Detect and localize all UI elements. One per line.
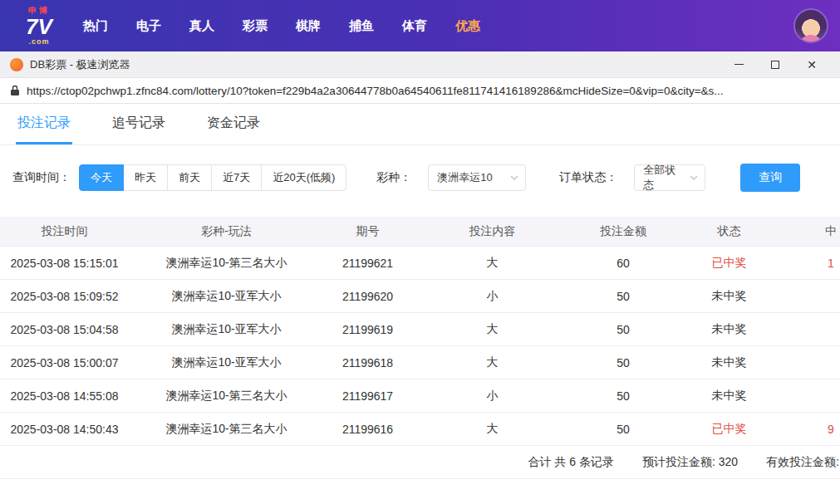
nav-menu-item[interactable]: 体育: [402, 18, 427, 34]
table-row: 2025-03-08 15:04:58 澳洲幸运10-亚军大小 21199619…: [0, 313, 840, 346]
cell-bet-time: 2025-03-08 15:15:01: [0, 257, 129, 270]
cell-status: 未中奖: [673, 322, 785, 337]
nav-menu-item[interactable]: 真人: [189, 18, 214, 34]
time-filter-button[interactable]: 近20天(低频): [261, 164, 346, 191]
browser-address-bar[interactable]: https://ctop02pchwp1.zfnc84.com/lottery/…: [0, 78, 840, 104]
cell-amount: 50: [573, 323, 673, 336]
maximize-button[interactable]: [757, 52, 793, 77]
cell-status: 未中奖: [673, 289, 785, 304]
col-header-content: 投注内容: [411, 224, 573, 239]
search-button[interactable]: 查询: [740, 164, 800, 192]
table-row: 2025-03-08 15:15:01 澳洲幸运10-第三名大小 2119962…: [0, 247, 840, 280]
col-header-issue: 期号: [324, 224, 411, 239]
lottery-filter-label: 彩种：: [376, 170, 411, 185]
time-filter-button[interactable]: 昨天: [123, 164, 168, 191]
table-header-row: 投注时间 彩种-玩法 期号 投注内容 投注金额 状态 中: [0, 217, 840, 247]
cell-content: 大: [411, 322, 573, 337]
cell-bet-time: 2025-03-08 14:50:43: [0, 423, 129, 436]
cell-issue: 21199621: [324, 257, 411, 270]
lottery-select-value: 澳洲幸运10: [437, 170, 492, 185]
minimize-icon: [734, 64, 744, 65]
col-header-amount: 投注金额: [573, 224, 673, 239]
table-row: 2025-03-08 15:09:52 澳洲幸运10-亚军大小 21199620…: [0, 280, 840, 313]
cell-win-amount: 9: [785, 423, 840, 436]
nav-menu-item[interactable]: 热门: [83, 18, 108, 34]
time-filter-button[interactable]: 今天: [79, 164, 124, 191]
footer-valid-amount-label: 有效投注金额:: [766, 455, 839, 470]
record-tabs: 投注记录 追号记录 资金记录: [0, 104, 840, 145]
cell-issue: 21199616: [324, 423, 411, 436]
record-tab[interactable]: 追号记录: [111, 104, 167, 144]
cell-bet-time: 2025-03-08 15:04:58: [0, 323, 129, 336]
cell-status: 已中奖: [673, 422, 785, 437]
cell-issue: 21199620: [324, 290, 411, 303]
cell-game: 澳洲幸运10-第三名大小: [129, 256, 324, 271]
table-row: 2025-03-08 14:50:43 澳洲幸运10-第三名大小 2119961…: [0, 413, 840, 446]
site-logo-top-text: 申博: [28, 7, 50, 15]
cell-status: 已中奖: [673, 256, 785, 271]
cell-game: 澳洲幸运10-亚军大小: [129, 289, 324, 304]
table-row: 2025-03-08 14:55:08 澳洲幸运10-第三名大小 2119961…: [0, 379, 840, 413]
col-header-status: 状态: [673, 224, 785, 239]
browser-title-bar: DB彩票 - 极速浏览器 ✕: [0, 51, 840, 78]
nav-menu-item[interactable]: 优惠: [455, 18, 480, 34]
cell-bet-time: 2025-03-08 15:00:07: [0, 356, 129, 369]
col-header-game: 彩种-玩法: [129, 224, 324, 239]
cell-issue: 21199618: [324, 356, 411, 369]
time-filter-label: 查询时间：: [12, 170, 71, 185]
time-filter-group: 今天 昨天 前天 近7天 近20天(低频): [79, 164, 346, 191]
minimize-button[interactable]: [720, 52, 757, 77]
cell-content: 小: [411, 289, 573, 304]
user-avatar[interactable]: [793, 8, 828, 43]
site-logo-main-text: 7V: [26, 16, 52, 37]
cell-bet-time: 2025-03-08 15:09:52: [0, 290, 129, 303]
close-icon: ✕: [807, 59, 817, 71]
filter-toolbar: 查询时间： 今天 昨天 前天 近7天 近20天(低频) 彩种： 澳洲幸运10 订…: [0, 164, 840, 192]
chevron-down-icon: [683, 175, 698, 180]
site-logo-sub-text: .com: [28, 38, 49, 46]
bet-records-table: 投注时间 彩种-玩法 期号 投注内容 投注金额 状态 中 2025-03-08 …: [0, 217, 840, 446]
cell-bet-time: 2025-03-08 14:55:08: [0, 389, 129, 403]
nav-menu-item[interactable]: 捕鱼: [349, 18, 374, 34]
cell-amount: 50: [573, 356, 673, 369]
close-button[interactable]: ✕: [793, 52, 830, 77]
site-top-nav: 申博 7V .com 热门 电子 真人 彩票 棋牌 捕鱼 体育 优惠: [0, 0, 840, 51]
nav-menu-item[interactable]: 彩票: [243, 18, 268, 34]
nav-menu-item[interactable]: 棋牌: [296, 18, 321, 34]
order-status-label: 订单状态：: [559, 170, 617, 185]
cell-content: 大: [411, 355, 573, 370]
cell-content: 大: [411, 256, 573, 271]
site-nav-menu: 热门 电子 真人 彩票 棋牌 捕鱼 体育 优惠: [83, 18, 480, 34]
table-row: 2025-03-08 15:00:07 澳洲幸运10-亚军大小 21199618…: [0, 346, 840, 379]
record-tab[interactable]: 投注记录: [16, 104, 72, 144]
col-header-win: 中: [785, 224, 840, 239]
browser-window-title: DB彩票 - 极速浏览器: [30, 57, 130, 72]
record-tab[interactable]: 资金记录: [205, 104, 262, 144]
cell-game: 澳洲幸运10-亚军大小: [129, 322, 324, 337]
time-filter-button[interactable]: 近7天: [211, 164, 262, 191]
cell-amount: 50: [573, 389, 673, 403]
cell-game: 澳洲幸运10-第三名大小: [129, 389, 324, 404]
time-filter-button[interactable]: 前天: [167, 164, 212, 191]
chevron-down-icon: [504, 175, 518, 180]
table-summary-footer: 合计 共 6 条记录 预计投注金额: 320 有效投注金额:: [0, 446, 840, 479]
nav-menu-item[interactable]: 电子: [136, 18, 161, 34]
cell-issue: 21199619: [324, 323, 411, 336]
lottery-select[interactable]: 澳洲幸运10: [428, 164, 526, 191]
col-header-bet-time: 投注时间: [0, 224, 129, 239]
maximize-icon: [771, 61, 779, 69]
site-logo[interactable]: 申博 7V .com: [12, 7, 66, 46]
window-controls: ✕: [720, 52, 830, 77]
cell-game: 澳洲幸运10-第三名大小: [129, 422, 324, 437]
order-status-select[interactable]: 全部状态: [634, 164, 705, 191]
cell-status: 未中奖: [673, 389, 785, 404]
cell-win-amount: 1: [785, 257, 840, 270]
lock-icon: [10, 85, 20, 96]
url-text: https://ctop02pchwp1.zfnc84.com/lottery/…: [27, 85, 724, 97]
cell-content: 小: [411, 389, 573, 404]
footer-total-count: 合计 共 6 条记录: [528, 455, 614, 470]
cell-amount: 50: [573, 290, 673, 303]
cell-game: 澳洲幸运10-亚军大小: [129, 355, 324, 370]
cell-amount: 60: [573, 257, 673, 270]
cell-status: 未中奖: [673, 355, 785, 370]
